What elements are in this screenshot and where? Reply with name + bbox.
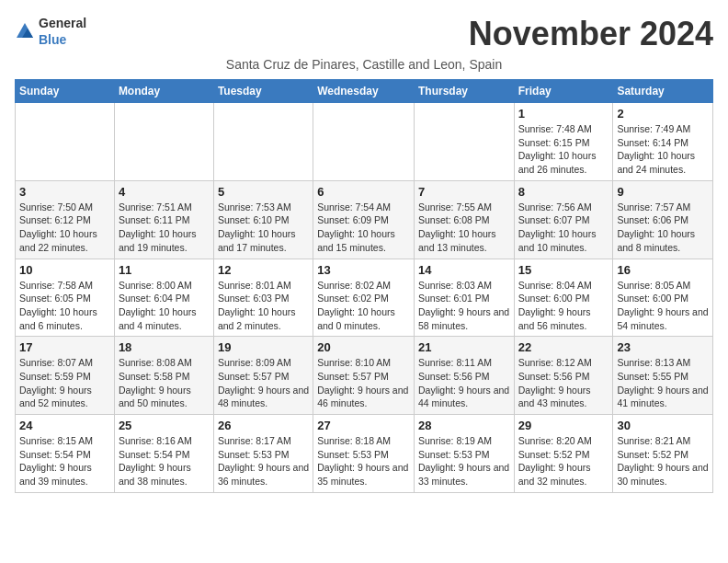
calendar-cell: 30Sunrise: 8:21 AM Sunset: 5:52 PM Dayli… [613,415,713,493]
calendar-cell: 14Sunrise: 8:03 AM Sunset: 6:01 PM Dayli… [414,259,514,337]
calendar-cell: 4Sunrise: 7:51 AM Sunset: 6:11 PM Daylig… [114,180,213,259]
day-info: Sunrise: 8:00 AM Sunset: 6:04 PM Dayligh… [119,279,210,333]
day-info: Sunrise: 8:20 AM Sunset: 5:52 PM Dayligh… [518,434,609,488]
day-number: 16 [617,263,709,277]
day-info: Sunrise: 7:55 AM Sunset: 6:08 PM Dayligh… [418,201,510,255]
day-number: 30 [617,419,709,432]
calendar-cell: 21Sunrise: 8:11 AM Sunset: 5:56 PM Dayli… [414,337,514,415]
day-number: 29 [518,419,609,432]
weekday-header-sunday: Sunday [16,80,115,103]
day-number: 13 [317,263,410,277]
day-info: Sunrise: 8:02 AM Sunset: 6:02 PM Dayligh… [317,279,410,333]
logo-general-text: General [39,16,86,30]
day-info: Sunrise: 8:19 AM Sunset: 5:53 PM Dayligh… [418,434,510,488]
calendar-cell: 29Sunrise: 8:20 AM Sunset: 5:52 PM Dayli… [514,415,613,493]
day-info: Sunrise: 8:12 AM Sunset: 5:56 PM Dayligh… [518,356,609,410]
calendar-cell [414,103,514,181]
day-info: Sunrise: 8:05 AM Sunset: 6:00 PM Dayligh… [617,279,709,333]
calendar-cell: 6Sunrise: 7:54 AM Sunset: 6:09 PM Daylig… [313,180,415,259]
calendar-cell: 1Sunrise: 7:48 AM Sunset: 6:15 PM Daylig… [514,103,613,181]
day-number: 21 [418,340,510,354]
day-info: Sunrise: 8:01 AM Sunset: 6:03 PM Dayligh… [218,279,309,333]
day-info: Sunrise: 8:10 AM Sunset: 5:57 PM Dayligh… [317,356,410,410]
day-info: Sunrise: 7:50 AM Sunset: 6:12 PM Dayligh… [19,201,110,255]
day-info: Sunrise: 7:56 AM Sunset: 6:07 PM Dayligh… [518,201,609,255]
calendar-cell: 10Sunrise: 7:58 AM Sunset: 6:05 PM Dayli… [16,259,115,337]
calendar-cell: 28Sunrise: 8:19 AM Sunset: 5:53 PM Dayli… [414,415,514,493]
weekday-header-wednesday: Wednesday [313,80,415,103]
calendar-table: SundayMondayTuesdayWednesdayThursdayFrid… [15,79,713,493]
calendar-cell: 27Sunrise: 8:18 AM Sunset: 5:53 PM Dayli… [313,415,415,493]
day-info: Sunrise: 7:57 AM Sunset: 6:06 PM Dayligh… [617,201,709,255]
day-number: 1 [518,107,609,121]
day-info: Sunrise: 7:49 AM Sunset: 6:14 PM Dayligh… [617,122,709,177]
day-number: 7 [418,185,510,199]
day-info: Sunrise: 7:58 AM Sunset: 6:05 PM Dayligh… [19,279,110,333]
day-info: Sunrise: 8:03 AM Sunset: 6:01 PM Dayligh… [418,279,510,333]
calendar-cell: 9Sunrise: 7:57 AM Sunset: 6:06 PM Daylig… [613,180,713,259]
calendar-cell: 11Sunrise: 8:00 AM Sunset: 6:04 PM Dayli… [114,259,213,337]
day-number: 19 [218,340,309,354]
calendar-cell [114,103,213,181]
day-number: 26 [218,419,309,432]
day-number: 23 [617,340,709,354]
day-number: 12 [218,263,309,277]
day-info: Sunrise: 8:13 AM Sunset: 5:55 PM Dayligh… [617,356,709,410]
calendar-cell: 22Sunrise: 8:12 AM Sunset: 5:56 PM Dayli… [514,337,613,415]
day-info: Sunrise: 8:04 AM Sunset: 6:00 PM Dayligh… [518,279,609,333]
calendar-week-3: 10Sunrise: 7:58 AM Sunset: 6:05 PM Dayli… [16,259,713,337]
day-info: Sunrise: 8:15 AM Sunset: 5:54 PM Dayligh… [19,434,110,488]
day-info: Sunrise: 7:48 AM Sunset: 6:15 PM Dayligh… [518,122,609,177]
day-number: 11 [119,263,210,277]
day-info: Sunrise: 8:18 AM Sunset: 5:53 PM Dayligh… [317,434,410,488]
day-number: 10 [19,263,110,277]
day-info: Sunrise: 8:07 AM Sunset: 5:59 PM Dayligh… [19,356,110,410]
calendar-cell: 17Sunrise: 8:07 AM Sunset: 5:59 PM Dayli… [16,337,115,415]
day-info: Sunrise: 8:21 AM Sunset: 5:52 PM Dayligh… [617,434,709,488]
calendar-week-4: 17Sunrise: 8:07 AM Sunset: 5:59 PM Dayli… [16,337,713,415]
day-info: Sunrise: 8:16 AM Sunset: 5:54 PM Dayligh… [119,434,210,488]
day-number: 15 [518,263,609,277]
calendar-week-1: 1Sunrise: 7:48 AM Sunset: 6:15 PM Daylig… [16,103,713,181]
day-number: 2 [617,107,709,121]
calendar-cell: 25Sunrise: 8:16 AM Sunset: 5:54 PM Dayli… [114,415,213,493]
day-info: Sunrise: 7:54 AM Sunset: 6:09 PM Dayligh… [317,201,410,255]
logo: General Blue [15,15,86,48]
weekday-header-saturday: Saturday [613,80,713,103]
calendar-cell: 2Sunrise: 7:49 AM Sunset: 6:14 PM Daylig… [613,103,713,181]
day-number: 9 [617,185,709,199]
day-info: Sunrise: 8:11 AM Sunset: 5:56 PM Dayligh… [418,356,510,410]
page-header: General Blue November 2024 [15,15,713,53]
day-info: Sunrise: 8:17 AM Sunset: 5:53 PM Dayligh… [218,434,309,488]
weekday-header-thursday: Thursday [414,80,514,103]
calendar-cell: 7Sunrise: 7:55 AM Sunset: 6:08 PM Daylig… [414,180,514,259]
day-number: 17 [19,340,110,354]
calendar-cell: 12Sunrise: 8:01 AM Sunset: 6:03 PM Dayli… [213,259,313,337]
calendar-cell: 19Sunrise: 8:09 AM Sunset: 5:57 PM Dayli… [213,337,313,415]
day-number: 3 [19,185,110,199]
day-number: 20 [317,340,410,354]
logo-icon [15,21,35,41]
weekday-header-row: SundayMondayTuesdayWednesdayThursdayFrid… [16,80,713,103]
month-year-title: November 2024 [469,15,713,53]
day-number: 24 [19,419,110,432]
calendar-cell: 26Sunrise: 8:17 AM Sunset: 5:53 PM Dayli… [213,415,313,493]
calendar-cell: 8Sunrise: 7:56 AM Sunset: 6:07 PM Daylig… [514,180,613,259]
day-number: 22 [518,340,609,354]
calendar-week-2: 3Sunrise: 7:50 AM Sunset: 6:12 PM Daylig… [16,180,713,259]
day-info: Sunrise: 7:51 AM Sunset: 6:11 PM Dayligh… [119,201,210,255]
calendar-cell: 24Sunrise: 8:15 AM Sunset: 5:54 PM Dayli… [16,415,115,493]
calendar-cell: 20Sunrise: 8:10 AM Sunset: 5:57 PM Dayli… [313,337,415,415]
day-number: 5 [218,185,309,199]
calendar-cell: 3Sunrise: 7:50 AM Sunset: 6:12 PM Daylig… [16,180,115,259]
calendar-cell: 15Sunrise: 8:04 AM Sunset: 6:00 PM Dayli… [514,259,613,337]
calendar-cell: 5Sunrise: 7:53 AM Sunset: 6:10 PM Daylig… [213,180,313,259]
day-number: 18 [119,340,210,354]
day-number: 28 [418,419,510,432]
calendar-week-5: 24Sunrise: 8:15 AM Sunset: 5:54 PM Dayli… [16,415,713,493]
calendar-cell [213,103,313,181]
logo-blue-text: Blue [39,32,66,47]
day-number: 14 [418,263,510,277]
calendar-cell: 16Sunrise: 8:05 AM Sunset: 6:00 PM Dayli… [613,259,713,337]
calendar-cell: 18Sunrise: 8:08 AM Sunset: 5:58 PM Dayli… [114,337,213,415]
